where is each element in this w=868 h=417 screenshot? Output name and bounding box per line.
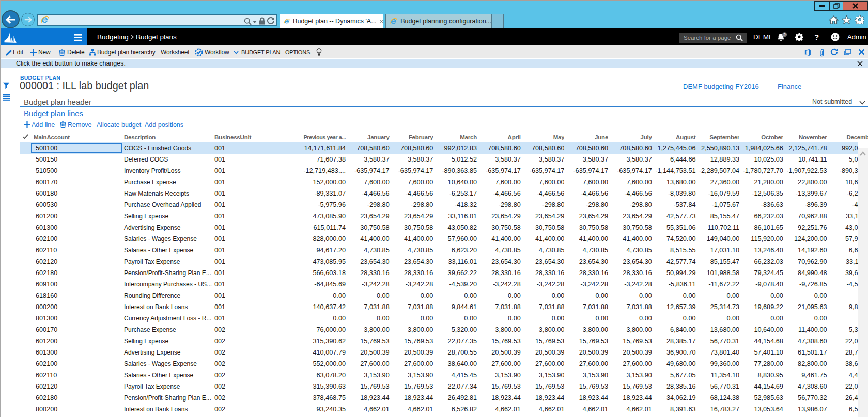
svg-text:2: 2 [783, 32, 786, 37]
